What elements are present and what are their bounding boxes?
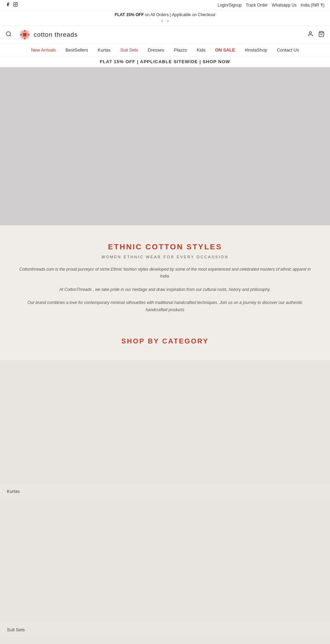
category-suit-sets-label: Suit Sets — [0, 622, 330, 637]
shop-section: SHOP BY CATEGORY — [0, 327, 330, 360]
instagram-icon[interactable] — [13, 2, 18, 8]
nav-new-arrivals[interactable]: New Arrivals — [31, 47, 56, 53]
svg-point-2 — [16, 3, 17, 3]
category-kurtas-label: Kurtas — [0, 484, 330, 499]
svg-line-4 — [10, 35, 11, 36]
nav-plazzo[interactable]: Plazzo — [174, 47, 187, 53]
svg-rect-10 — [20, 34, 22, 36]
svg-point-12 — [309, 32, 311, 34]
top-bar: Login/Signup Track Order Whatsapp Us Ind… — [0, 0, 330, 10]
search-icon[interactable] — [6, 31, 12, 39]
ethnic-heading: ETHNIC COTTON STYLES — [14, 242, 316, 251]
ethnic-section: ETHNIC COTTON STYLES WOMEN ETHNIC WEAR F… — [0, 225, 330, 327]
svg-rect-9 — [24, 37, 26, 39]
nav-bestsellers[interactable]: BestSellers — [65, 47, 88, 53]
svg-rect-8 — [24, 30, 26, 32]
nav-on-sale[interactable]: ON SALE — [215, 47, 235, 53]
promo-prev-icon[interactable]: ‹ — [161, 18, 163, 23]
header-actions — [307, 31, 324, 39]
nav-dresses[interactable]: Dresses — [148, 47, 164, 53]
ethnic-subtitle: WOMEN ETHNIC WEAR FOR EVERY OCCASSION — [14, 255, 316, 259]
category-dresses[interactable]: Dresses — [0, 637, 330, 644]
hero-banner — [0, 67, 330, 225]
svg-point-1 — [15, 4, 16, 5]
svg-rect-11 — [28, 34, 30, 36]
category-kurtas[interactable]: Kurtas — [0, 360, 330, 499]
ethnic-desc3: Our brand combines a love for contempora… — [17, 299, 313, 313]
svg-rect-7 — [23, 33, 26, 36]
top-links: Login/Signup Track Order Whatsapp Us Ind… — [218, 3, 324, 8]
logo-emblem — [19, 29, 31, 41]
promo-next-icon[interactable]: › — [167, 18, 169, 23]
facebook-icon[interactable] — [6, 2, 10, 8]
ethnic-desc2: At CottonThreads , we take pride in our … — [17, 286, 313, 293]
login-signup-link[interactable]: Login/Signup — [218, 3, 242, 8]
nav-suit-sets[interactable]: Suit Sets — [120, 47, 138, 53]
currency-selector[interactable]: India (INR ₹) — [301, 3, 324, 8]
header: cotton threads — [0, 26, 330, 44]
nav-kids[interactable]: Kids — [197, 47, 206, 53]
secondary-promo-text: FLAT 15% OFF | APPLICABLE SITEWIDE | SHO… — [100, 59, 230, 64]
logo-text: cotton threads — [34, 31, 78, 38]
nav-kurtas[interactable]: Kurtas — [98, 47, 111, 53]
svg-rect-0 — [13, 2, 18, 7]
social-links — [6, 2, 18, 8]
promo-bold: FLAT 15% OFF — [115, 12, 144, 17]
whatsapp-link[interactable]: Whatsapp Us — [272, 3, 297, 8]
category-suit-sets[interactable]: Suit Sets — [0, 499, 330, 637]
nav-contact-us[interactable]: Contact Us — [277, 47, 299, 53]
category-dresses-image — [0, 637, 330, 644]
secondary-promo: FLAT 15% OFF | APPLICABLE SITEWIDE | SHO… — [0, 56, 330, 67]
promo-rest: on All Orders | Applicable on Checkout — [144, 12, 215, 17]
category-suit-sets-image — [0, 499, 330, 622]
main-nav: New Arrivals BestSellers Kurtas Suit Set… — [0, 44, 330, 56]
cart-icon[interactable] — [318, 31, 324, 39]
logo[interactable]: cotton threads — [19, 29, 303, 41]
shop-heading: SHOP BY CATEGORY — [14, 337, 316, 345]
nav-instashop[interactable]: #InstaShop — [245, 47, 267, 53]
ethnic-desc1: Cottonthreads.com is the proud purveyor … — [17, 266, 313, 280]
promo-banner: FLAT 15% OFF on All Orders | Applicable … — [0, 10, 330, 26]
category-kurtas-image — [0, 360, 330, 484]
svg-point-3 — [6, 32, 10, 36]
track-order-link[interactable]: Track Order — [246, 3, 268, 8]
account-icon[interactable] — [307, 31, 314, 39]
